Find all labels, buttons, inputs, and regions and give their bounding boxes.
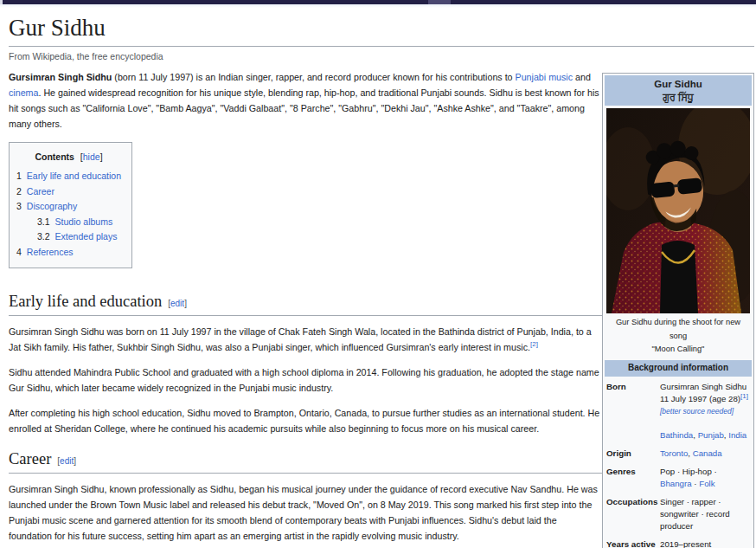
toc-link-references[interactable]: References (27, 247, 74, 257)
infobox-native-name: ਗੁਰ ਸਿੱਧੂ (606, 91, 750, 103)
site-tagline: From Wikipedia, the free encyclopedia (9, 51, 754, 61)
toc-item: 1Early life and education (16, 169, 121, 184)
section-heading-early-life: Early life and education[edit] (9, 293, 602, 316)
paragraph: After completing his high school educati… (9, 405, 602, 436)
toc-item: 3.2Extended plays (16, 229, 121, 245)
toc-item: 3Discography (16, 199, 121, 215)
text-link[interactable]: Bathinda (660, 430, 693, 440)
toc-link-studio-albums[interactable]: Studio albums (55, 216, 113, 227)
page-title: Gur Sidhu (9, 15, 754, 47)
text-link[interactable]: Toronto (660, 448, 688, 458)
toc-item: 2Career (16, 184, 121, 200)
citation-link[interactable]: [2] (530, 340, 538, 348)
table-of-contents: Contents [hide] 1Early life and educatio… (9, 142, 132, 268)
infobox-label-genres: Genres (606, 466, 656, 490)
toc-link-discography[interactable]: Discography (27, 201, 77, 211)
infobox-label-occupations: Occupations (606, 496, 656, 532)
infobox-label-born: Born (606, 381, 656, 442)
artist-photo-illustration (606, 108, 750, 313)
toc-title: Contents (35, 152, 74, 162)
text-link[interactable]: India (728, 430, 746, 440)
infobox-value-origin: Toronto, Canada (660, 448, 750, 460)
artist-photo[interactable] (606, 108, 750, 313)
infobox-fields: Born Gursimran Singh Sidhu11 July 1997 (… (605, 381, 752, 548)
toc-hide-link[interactable]: hide (83, 152, 100, 162)
infobox-label-origin: Origin (606, 448, 656, 460)
infobox-value-years-active: 2019–present (660, 538, 750, 548)
section-edit-link[interactable]: [edit] (168, 299, 187, 308)
text-link[interactable]: Canada (693, 448, 722, 458)
infobox-value-genres: Pop · Hip-hop · Bhangra · Folk (660, 466, 750, 490)
text-link[interactable]: Punjabi music (516, 72, 573, 82)
text-link[interactable]: [better source needed] (660, 407, 734, 416)
toc-link-early-life[interactable]: Early life and education (27, 171, 121, 181)
text-link[interactable]: Folk (699, 479, 714, 488)
infobox-title: Gur Sidhu ਗੁਰ ਸਿੱਧੂ (605, 75, 752, 106)
text-link[interactable]: Punjab (698, 430, 724, 440)
section-heading-career: Career[edit] (9, 451, 602, 474)
text-link[interactable]: cinema (9, 87, 38, 98)
browser-chrome-bar (0, 0, 756, 4)
paragraph: Sidhu attended Mahindra Public School an… (9, 364, 602, 396)
edit-link[interactable]: edit (170, 299, 184, 308)
infobox-value-born: Gursimran Singh Sidhu11 July 1997 (age 2… (660, 381, 750, 442)
chrome-bar-segment (0, 0, 3, 4)
infobox-section-header: Background information (605, 360, 752, 377)
edit-link[interactable]: edit (60, 456, 74, 466)
infobox: Gur Sidhu ਗੁਰ ਸਿੱਧੂ (602, 73, 754, 548)
toc-link-extended-plays[interactable]: Extended plays (55, 231, 118, 242)
lead-paragraph: Gursimran Singh Sidhu (born 11 July 1997… (9, 69, 602, 132)
paragraph: Gursimran Singh Sidhu was born on 11 Jul… (9, 324, 602, 355)
paragraph: Gursimran Singh Sidhu, known professiona… (9, 481, 602, 544)
toc-hide-toggle[interactable]: [hide] (80, 152, 103, 162)
infobox-value-occupations: Singer · rapper · songwriter · record pr… (660, 496, 750, 532)
toc-link-career[interactable]: Career (27, 186, 54, 197)
text-link[interactable]: Bhangra (660, 479, 692, 488)
photo-caption: Gur Sidhu during the shoot for new song … (605, 313, 752, 359)
chrome-bar-segment (428, 0, 451, 4)
article-page: Gur Sidhu From Wikipedia, the free encyc… (0, 15, 756, 548)
toc-item: 4References (16, 245, 121, 261)
section-edit-link[interactable]: [edit] (57, 456, 76, 466)
article-body: Gursimran Singh Sidhu (born 11 July 1997… (9, 69, 754, 548)
page-top-gradient (0, 4, 756, 8)
infobox-label-years-active: Years active (606, 538, 656, 548)
toc-item: 3.1Studio albums (16, 215, 121, 230)
citation-link[interactable]: [1] (740, 392, 748, 400)
main-column: Gursimran Singh Sidhu (born 11 July 1997… (9, 69, 602, 548)
